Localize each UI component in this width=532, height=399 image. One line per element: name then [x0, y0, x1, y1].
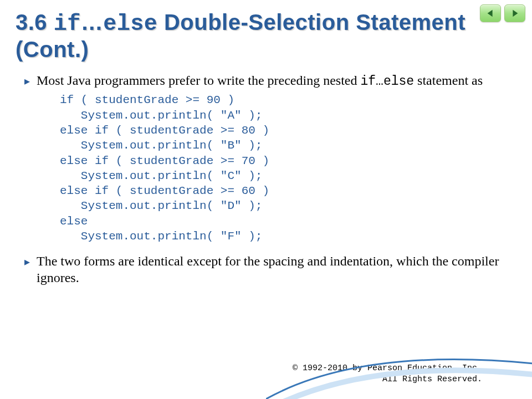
- bullet1-post: statement as: [414, 73, 483, 88]
- svg-marker-0: [488, 10, 493, 17]
- slide-content: ▸ Most Java programmers prefer to write …: [0, 68, 532, 287]
- copyright-footer: © 1992-2010 by Pearson Education, Inc. A…: [293, 363, 482, 385]
- arrow-left-icon: [485, 8, 495, 18]
- bullet-item: ▸ Most Java programmers prefer to write …: [24, 72, 508, 90]
- title-code-else: else: [103, 12, 157, 37]
- bullet-text: The two forms are identical except for t…: [37, 253, 508, 286]
- footer-line1: © 1992-2010 by Pearson Education, Inc.: [293, 363, 482, 374]
- bullet1-pre: Most Java programmers prefer to write th…: [37, 73, 360, 88]
- bullet-marker-icon: ▸: [24, 72, 37, 90]
- prev-button[interactable]: [480, 4, 501, 22]
- svg-marker-1: [513, 10, 518, 17]
- slide-title: 3.6 if…else Double-Selection Statement (…: [16, 10, 516, 62]
- title-code-if: if: [54, 12, 81, 37]
- bullet-text: Most Java programmers prefer to write th…: [37, 72, 508, 90]
- footer-line2: All Rights Reserved.: [293, 374, 482, 385]
- arrow-right-icon: [510, 8, 520, 18]
- bullet-item: ▸ The two forms are identical except for…: [24, 253, 508, 286]
- nav-arrows: [480, 4, 525, 22]
- title-ellipsis: …: [81, 10, 104, 34]
- bullet-marker-icon: ▸: [24, 253, 37, 286]
- title-section: 3.6: [16, 10, 47, 34]
- next-button[interactable]: [504, 4, 525, 22]
- slide-title-wrap: 3.6 if…else Double-Selection Statement (…: [0, 0, 532, 68]
- code-block: if ( studentGrade >= 90 ) System.out.pri…: [60, 93, 508, 244]
- bullet1-inline-code: if…else: [360, 74, 414, 89]
